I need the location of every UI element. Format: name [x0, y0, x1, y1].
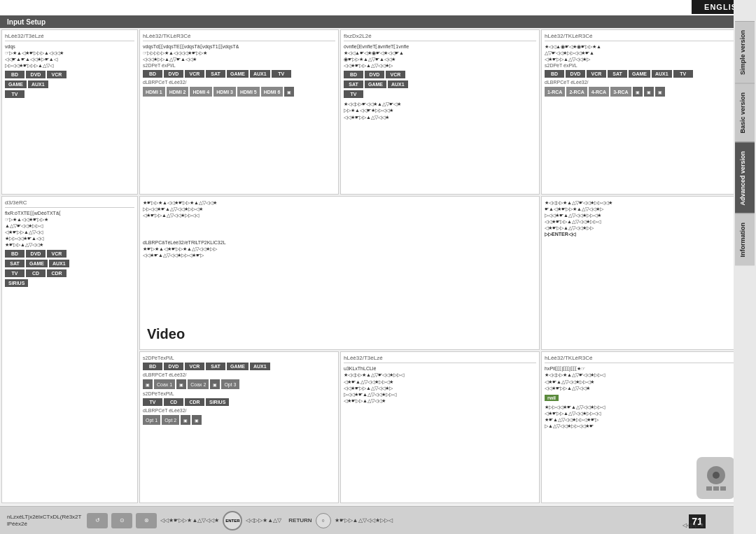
- p8-btn-bd[interactable]: BD: [143, 363, 162, 370]
- p2-btn-game[interactable]: GAME: [227, 70, 248, 78]
- p1-btn-aux1[interactable]: AUX1: [28, 80, 48, 88]
- p8-model-label: s2DPèTéxPl/L: [143, 356, 174, 360]
- input-setup-label: Input Setup: [7, 18, 46, 26]
- p1-btn-vcr[interactable]: VCR: [47, 71, 66, 78]
- p8-icon5: ▣: [192, 415, 202, 425]
- panel-1-title: hLèè32/T3èLzé: [5, 33, 134, 41]
- p10-sym3: ◁◁★☛▷▷▲△▽◁◁★: [545, 386, 590, 391]
- p8-btn-group2: TV CD CDR SIRIUS: [143, 398, 335, 406]
- p8-btn-coax1[interactable]: Coax 1: [154, 379, 175, 389]
- p8-btn-game[interactable]: GAME: [227, 363, 248, 370]
- p4-btn-bd[interactable]: BD: [545, 70, 564, 78]
- p8-btn-opt2[interactable]: Opt 2: [162, 415, 179, 425]
- p4-btn-3rca[interactable]: 3-RCA: [610, 87, 631, 97]
- p2-btn-vcr[interactable]: VCR: [185, 70, 204, 78]
- p2-btn-hdmi6[interactable]: HDMI 6: [261, 87, 284, 97]
- p8-btn-dvd[interactable]: DVD: [164, 363, 183, 370]
- p8-icon2: ▣: [176, 379, 186, 389]
- p1-symbols: ☞▷★▲◁★☛▷▷▷▲◁◁◁★: [5, 50, 64, 55]
- p3-btn-aux1[interactable]: AUX1: [388, 80, 408, 88]
- p2-btn-bd[interactable]: BD: [143, 70, 162, 78]
- remote-btn-2: [713, 486, 719, 491]
- panel-10: hLèè32/TKLèR3Cé hxPil⟦⟦⟦|⟦⟦⟦|⟦⟦⟦★☞ ★◁◁▷▷…: [541, 351, 734, 503]
- panel-4-title: hLèè32/TKLèR3Cé: [545, 33, 734, 41]
- p5-btn-sirius[interactable]: SIRIUS: [5, 279, 28, 287]
- p2-btn-tv[interactable]: TV: [272, 70, 291, 78]
- panel-10-title: hLèè32/TKLèR3Cé: [545, 355, 734, 363]
- p8-btn-opt3[interactable]: Opt 3: [221, 379, 239, 389]
- p4-btn-tv[interactable]: TV: [673, 70, 693, 78]
- p3-btn-tv[interactable]: TV: [344, 90, 363, 98]
- p5-btn-bd[interactable]: BD: [5, 250, 24, 258]
- p5-btn-vcr[interactable]: VCR: [47, 250, 66, 258]
- p3-btn-game[interactable]: GAME: [365, 80, 386, 88]
- p4-btn-aux1[interactable]: AUX1: [652, 70, 672, 78]
- p8-model-row: s2DPèTéxPl/L: [143, 356, 335, 360]
- p5-sym: ☞▷★▲◁◁★☛▷▷★: [5, 217, 48, 222]
- p4-btn-4rca[interactable]: 4-RCA: [589, 87, 609, 97]
- p1-text1: vdqs: [5, 44, 15, 49]
- p3-btn-dvd[interactable]: DVD: [365, 71, 384, 78]
- p8-btn-sirius[interactable]: SIRIUS: [206, 398, 229, 406]
- p8-btn-aux1[interactable]: AUX1: [250, 363, 270, 370]
- panel-3-title: flxzDx2L2é: [344, 33, 536, 41]
- panel-5-title: d3/3èRC: [5, 199, 134, 208]
- p5-btn-aux1[interactable]: AUX1: [49, 260, 69, 267]
- p3-btn-bd[interactable]: BD: [344, 71, 363, 78]
- p5-btn-group2: SAT GAME AUX1: [5, 260, 134, 267]
- p5-btn-game[interactable]: GAME: [26, 260, 48, 267]
- bottom-icon-nav2[interactable]: ⊙: [111, 513, 132, 528]
- p3-symbols: ★◁◁▲☛◁★◉☛◁★◁◁☛▲: [344, 50, 404, 55]
- p4-btn-1rca[interactable]: 1-RCA: [545, 87, 565, 97]
- p2-btn-sat[interactable]: SAT: [206, 70, 225, 78]
- p2-btn-hdmi1[interactable]: HDMI 1: [143, 87, 165, 97]
- tab-simple[interactable]: Simple version: [735, 21, 755, 83]
- tab-advanced[interactable]: Advanced version: [735, 142, 755, 214]
- p2-btn-hdmi4[interactable]: HDMI 4: [190, 87, 212, 97]
- p4-btn-game[interactable]: GAME: [629, 70, 650, 78]
- p2-btn-hdmi3[interactable]: HDMI 3: [214, 87, 236, 97]
- p6-sym-b2: ★☛▷★▲◁★☛▷▷★▲△▽◁◁★▷▷: [143, 246, 217, 251]
- p4-btn-vcr[interactable]: VCR: [587, 70, 606, 78]
- p1-btn-dvd[interactable]: DVD: [26, 71, 46, 78]
- p4-btn-2rca[interactable]: 2-RCA: [566, 87, 587, 97]
- tab-information[interactable]: Information: [735, 213, 755, 266]
- p8-btn-tv[interactable]: TV: [143, 398, 162, 406]
- panel-9: hLèè32/T3èLzé u3KLxThLCLlé ★◁◁▷▷★▲△▽☛◁◁★…: [340, 351, 540, 503]
- p2-btn-hdmi2[interactable]: HDMI 2: [167, 87, 189, 97]
- p1-btn-bd[interactable]: BD: [5, 71, 24, 78]
- p10-extra-sym4: ▷▲△▽◁◁★▷▷◁◁★☛: [545, 423, 594, 428]
- p3-btn-sat[interactable]: SAT: [344, 80, 363, 88]
- p4-btn-sat[interactable]: SAT: [608, 70, 627, 78]
- right-sidebar: Simple version Basic version Advanced ve…: [734, 0, 756, 534]
- panel-9-title: hLèè32/T3èLzé: [344, 355, 536, 363]
- p8-btn-coax2[interactable]: Coax 2: [188, 379, 209, 389]
- p1-btn-game[interactable]: GAME: [5, 80, 27, 88]
- p1-btn-tv[interactable]: TV: [5, 90, 24, 98]
- p4-btn-dvd[interactable]: DVD: [566, 70, 585, 78]
- p8-btn-vcr[interactable]: VCR: [185, 363, 204, 370]
- p5-btn-tv[interactable]: TV: [5, 269, 24, 277]
- panel-1-text: vdqs ☞▷★▲◁★☛▷▷▷▲◁◁◁★ ◁◁☛▲☛▲◁◁★▷☛▲◁ ▷▷◁◁★…: [5, 43, 134, 69]
- p5-btn-dvd[interactable]: DVD: [26, 250, 46, 258]
- p2-btn-dvd[interactable]: DVD: [164, 70, 183, 78]
- p5-btn-cd[interactable]: CD: [26, 269, 46, 277]
- tab-basic[interactable]: Basic version: [735, 83, 755, 142]
- p2-btn-hdmi5[interactable]: HDMI 5: [237, 87, 260, 97]
- p5-btn-sat[interactable]: SAT: [5, 260, 24, 267]
- enter-button[interactable]: ENTER: [223, 511, 242, 531]
- return-button[interactable]: ○: [316, 513, 331, 528]
- p2-btn-aux1[interactable]: AUX1: [250, 70, 270, 78]
- p2-symbols2: ◁◁◁★▷▷▲△▽☛▲◁◁★: [143, 57, 197, 62]
- p8-btn-opt1[interactable]: Opt 1: [143, 415, 160, 425]
- panel-5: d3/3èRC flxR:óTXTE⟦⟦wDèóTXTâ⟦ ☞▷★▲◁◁★☛▷▷…: [1, 196, 138, 503]
- p5-sym5: ★☛▷▷▲△▽◁◁★: [5, 242, 43, 247]
- p5-btn-cdr[interactable]: CDR: [47, 269, 66, 277]
- p8-btn-sat[interactable]: SAT: [206, 363, 225, 370]
- p8-btn-cdr[interactable]: CDR: [185, 398, 204, 406]
- p3-btn-vcr[interactable]: VCR: [386, 71, 405, 78]
- p1-symbols2: ◁◁☛▲☛▲◁◁★▷☛▲◁: [5, 57, 57, 62]
- bottom-icon-nav3[interactable]: ⊛: [136, 513, 157, 528]
- bottom-icon-nav1[interactable]: ↺: [87, 513, 108, 528]
- p8-btn-cd[interactable]: CD: [164, 398, 183, 406]
